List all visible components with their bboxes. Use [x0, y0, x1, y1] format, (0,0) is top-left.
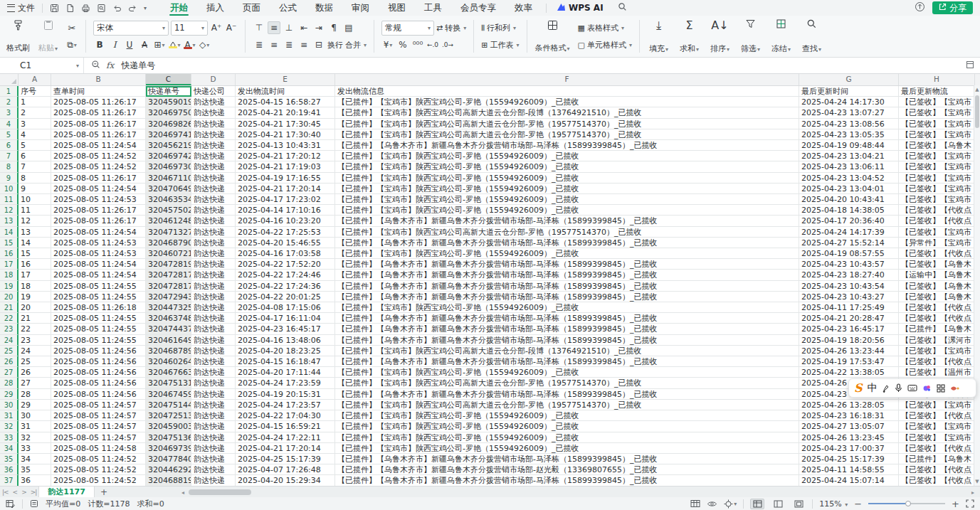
cell[interactable]: 2025-08-05 11:24:57 — [51, 410, 146, 421]
ribbon-tab-3[interactable]: 公式 — [270, 0, 306, 16]
cell[interactable]: 2025-04-15 16:18:47 — [236, 356, 335, 367]
align-bottom-button[interactable]: ⊥ — [283, 21, 295, 34]
cell[interactable]: 【已揽件】【宝鸡市】陕西宝鸡公司-罗艳（15594926009）_已揽收 — [335, 432, 799, 443]
cell[interactable]: 2025-04-24 15:07:14 — [799, 475, 899, 486]
row-header-21[interactable]: 21 — [0, 302, 19, 313]
cell[interactable]: 【已揽件】【乌鲁木齐市】新疆乌鲁木齐分拨营销市场部-马泽栋（1589939984… — [335, 389, 799, 400]
cell[interactable]: 查单时间 — [51, 86, 146, 97]
wps-ai-button[interactable]: WPS AI — [551, 3, 609, 14]
file-menu-button[interactable]: 文件 — [4, 2, 38, 14]
cell[interactable]: 3204706497 — [146, 184, 191, 194]
font-name-select[interactable]: 宋体▾ — [93, 21, 169, 36]
cell[interactable]: 【已揽件】【乌鲁木 — [899, 454, 975, 464]
cell[interactable]: 【已签收】【代收点 — [899, 356, 975, 367]
cell[interactable]: 2025-08-05 11:24:53 — [51, 238, 146, 248]
cell[interactable]: 2025-04-26 13:28:05 — [799, 400, 899, 410]
row-header-23[interactable]: 23 — [0, 324, 19, 334]
more-commands-arrow[interactable]: ▾ — [144, 5, 147, 11]
cell[interactable]: 【已签收】【代收点 — [899, 475, 975, 486]
zoom-in-button[interactable]: + — [952, 499, 959, 509]
cell[interactable]: 2025-08-05 11:24:52 — [51, 161, 146, 172]
cell[interactable]: 3204697394 — [146, 443, 191, 454]
cell[interactable]: 【已揽件】【宝鸡市】陕西宝鸡公司-罗艳（15594926009）_已揽收 — [335, 173, 799, 184]
decrease-indent-button[interactable]: ⇤ — [297, 21, 310, 34]
cell[interactable]: 【已揽件】【宝鸡市】陕西宝鸡公司-罗艳（15594926009）_已揽收 — [335, 367, 799, 378]
cell[interactable]: 28 — [19, 389, 51, 400]
cell[interactable]: 【已揽件】【宝鸡市】陕西宝鸡公司-罗艳（15594926009）_已揽收 — [335, 151, 799, 161]
cell[interactable]: 4 — [19, 129, 51, 140]
ime-more-icon[interactable] — [950, 385, 959, 392]
ime-mode-chinese-icon[interactable]: 中 — [868, 382, 878, 395]
cell[interactable]: 韵达快递 — [191, 454, 236, 464]
cell[interactable]: 快递公司 — [191, 86, 236, 97]
convert-button[interactable]: ⇄ 转换▾ — [436, 21, 466, 36]
cell[interactable]: 【已签收】【乌鲁木 — [899, 259, 975, 270]
cell[interactable]: 韵达快递 — [191, 161, 236, 172]
cell[interactable]: 2025-04-22 13:38:05 — [799, 367, 899, 378]
cell[interactable]: 26 — [19, 367, 51, 378]
cell[interactable]: 【已揽件】【乌鲁木齐市】新疆乌鲁木齐分拨营销市场部-马泽栋（1589939984… — [335, 313, 799, 324]
cell[interactable]: 韵达快递 — [191, 238, 236, 248]
cell[interactable]: 2025-04-21 17:30:40 — [236, 129, 335, 140]
cell[interactable]: 3204674597 — [146, 389, 191, 400]
cell[interactable]: 【已揽件】【宝鸡市】陕西宝鸡公司-罗艳（15594926009）_已揽收 — [335, 97, 799, 107]
next-sheet-arrow[interactable]: > — [19, 489, 28, 496]
cell[interactable]: 【已揽件】【宝鸡市】陕西宝鸡公司高新大道云仓分部-罗艳（19577514370）… — [335, 119, 799, 129]
cell[interactable]: 2025-04-23 18:27:40 — [799, 270, 899, 280]
cell[interactable]: 2025-04-24 17:23:59 — [236, 378, 335, 388]
cell[interactable]: 6 — [19, 151, 51, 161]
cell[interactable]: 韵达快递 — [191, 410, 236, 421]
cell[interactable]: 【已签收】【宝鸡市 — [899, 194, 975, 205]
cell[interactable]: 3204751363 — [146, 432, 191, 443]
cell[interactable]: 27 — [19, 378, 51, 388]
cell[interactable]: 韵达快递 — [191, 270, 236, 280]
cell[interactable]: 【已签收】【宝鸡市 — [899, 107, 975, 118]
scroll-up-arrow[interactable]: ▲ — [974, 86, 980, 93]
cell[interactable]: 2025-04-20 15:29:34 — [236, 475, 335, 486]
column-header-D[interactable]: D — [191, 74, 236, 85]
cell[interactable]: 10 — [19, 194, 51, 205]
cell[interactable]: 【已签收】【代收点 — [899, 205, 975, 216]
vertical-scrollbar[interactable]: ▲ ▼ — [974, 85, 980, 486]
strikethrough-button[interactable]: A — [138, 38, 151, 51]
cell[interactable]: 14 — [19, 238, 51, 248]
cell[interactable]: 2025-04-23 16:45:17 — [236, 324, 335, 334]
cell[interactable]: 2025-08-05 11:24:54 — [51, 140, 146, 151]
cell[interactable]: 韵达快递 — [191, 378, 236, 388]
row-header-15[interactable]: 15 — [0, 238, 19, 248]
fullscreen-icon[interactable] — [966, 499, 974, 508]
column-header-G[interactable]: G — [799, 74, 899, 85]
cell[interactable]: 2025-04-23 16:18:31 — [799, 410, 899, 421]
cell[interactable]: 韵达快递 — [191, 216, 236, 226]
cell[interactable]: 韵达快递 — [191, 475, 236, 486]
cell[interactable]: 【已签收】【代收点 — [899, 216, 975, 226]
cell[interactable]: 2025-08-05 11:24:58 — [51, 443, 146, 454]
add-sheet-button[interactable]: + — [95, 487, 113, 497]
cell[interactable]: 3204697505 — [146, 107, 191, 118]
cell[interactable]: 2 — [19, 107, 51, 118]
share-button[interactable]: 分享 — [932, 1, 973, 14]
row-header-28[interactable]: 28 — [0, 378, 19, 388]
ribbon-tab-6[interactable]: 视图 — [379, 0, 415, 16]
cell[interactable]: 3204616497 — [146, 335, 191, 346]
row-header-30[interactable]: 30 — [0, 400, 19, 410]
name-box[interactable]: C1 ▾ — [0, 58, 84, 73]
cell[interactable]: 2025-08-05 11:24:54 — [51, 259, 146, 270]
cell[interactable]: 3204728175 — [146, 281, 191, 292]
row-header-34[interactable]: 34 — [0, 443, 19, 454]
wrap-text-button[interactable]: 换行 — [327, 38, 343, 53]
row-header-4[interactable]: 4 — [0, 119, 19, 129]
cell[interactable]: 25 — [19, 356, 51, 367]
cell[interactable]: 13 — [19, 227, 51, 238]
cell[interactable]: 【已揽件】【宝鸡市】陕西宝鸡公司高新大道云仓分部-罗艳（19577514370）… — [335, 378, 799, 388]
cell[interactable]: 3204778408 — [146, 454, 191, 464]
sogou-logo-icon[interactable]: S — [854, 383, 863, 394]
column-header-E[interactable]: E — [236, 74, 335, 85]
filter-button[interactable]: 筛选▾ — [737, 18, 764, 54]
cell[interactable]: 2025-04-20 10:43:41 — [799, 194, 899, 205]
cell[interactable]: 8 — [19, 173, 51, 184]
cell[interactable]: 2025-04-27 15:52:14 — [799, 238, 899, 248]
cell[interactable]: 2025-04-23 13:07:27 — [799, 107, 899, 118]
cell[interactable]: 2025-08-05 11:24:55 — [51, 313, 146, 324]
cell[interactable]: 24 — [19, 346, 51, 356]
